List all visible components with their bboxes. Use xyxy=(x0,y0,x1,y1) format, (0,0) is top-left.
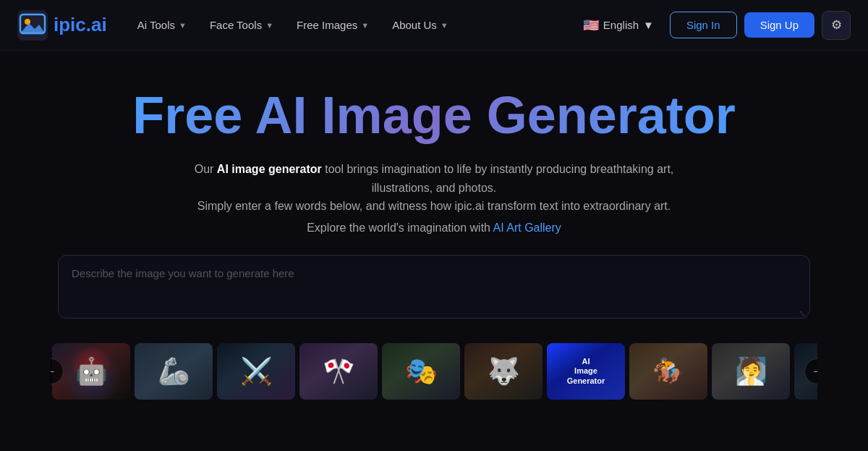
gallery-thumb-5[interactable] xyxy=(382,343,460,400)
resize-handle: ⤡ xyxy=(799,308,806,319)
nav-item-face-tools[interactable]: Face Tools ▼ xyxy=(200,13,284,37)
gallery-thumb-2[interactable] xyxy=(135,343,213,400)
nav-right: 🇺🇸 English ▼ Sign In Sign Up ⚙ xyxy=(574,11,851,40)
gallery-thumb-1[interactable] xyxy=(52,343,130,400)
gallery-link-text: Explore the world's imagination with AI … xyxy=(307,222,561,235)
gallery-row: AI Image Generator xyxy=(51,343,817,400)
settings-button[interactable]: ⚙ xyxy=(822,11,851,40)
chevron-right-icon: → xyxy=(812,365,817,378)
language-label: English xyxy=(603,19,639,31)
nav-item-ai-tools[interactable]: Ai Tools ▼ xyxy=(127,13,197,37)
signin-button[interactable]: Sign In xyxy=(670,12,737,38)
gallery-thumb-8[interactable] xyxy=(629,343,707,400)
gallery-thumb-7[interactable]: AI Image Generator xyxy=(547,343,625,400)
chevron-down-icon: ▼ xyxy=(643,19,654,31)
chevron-down-icon: ▼ xyxy=(265,21,273,30)
navbar: ipic.ai Ai Tools ▼ Face Tools ▼ Free Ima… xyxy=(0,0,868,51)
ai-art-gallery-link[interactable]: AI Art Gallery xyxy=(493,222,561,234)
nav-item-about-us[interactable]: About Us ▼ xyxy=(382,13,459,37)
ai-badge: AI Image Generator xyxy=(567,357,605,386)
chevron-down-icon: ▼ xyxy=(361,21,369,30)
gallery-thumb-4[interactable] xyxy=(299,343,378,400)
flag-icon: 🇺🇸 xyxy=(583,17,599,33)
hero-title: Free AI Image Generator xyxy=(132,87,736,144)
logo-icon xyxy=(17,10,48,41)
nav-item-free-images[interactable]: Free Images ▼ xyxy=(286,13,379,37)
nav-items: Ai Tools ▼ Face Tools ▼ Free Images ▼ Ab… xyxy=(127,13,569,37)
hero-description: Our AI image generator tool brings imagi… xyxy=(163,160,705,216)
logo[interactable]: ipic.ai xyxy=(17,10,107,41)
prompt-input[interactable] xyxy=(58,255,810,319)
gear-icon: ⚙ xyxy=(831,17,842,33)
chevron-down-icon: ▼ xyxy=(441,21,448,30)
gallery-thumb-6[interactable] xyxy=(464,343,542,400)
gallery-thumb-9[interactable] xyxy=(712,343,790,400)
chevron-down-icon: ▼ xyxy=(179,21,187,30)
signup-button[interactable]: Sign Up xyxy=(744,12,814,38)
gallery-strip: AI Image Generator ← → xyxy=(51,343,817,400)
logo-text: ipic.ai xyxy=(54,14,107,36)
prompt-container: ⤡ xyxy=(58,255,810,321)
chevron-left-icon: ← xyxy=(51,365,56,378)
language-selector[interactable]: 🇺🇸 English ▼ xyxy=(574,12,663,39)
hero-section: Free AI Image Generator Our AI image gen… xyxy=(0,51,868,336)
gallery-thumb-3[interactable] xyxy=(217,343,295,400)
